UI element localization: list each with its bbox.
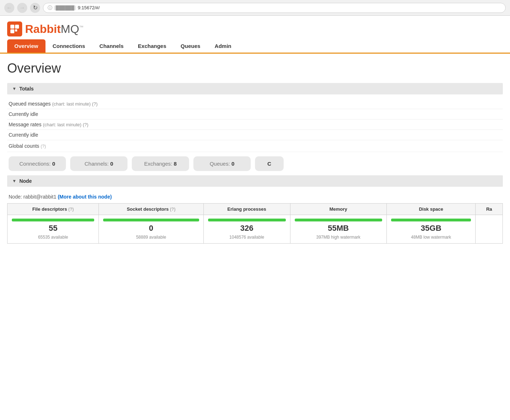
memory-value-cell: 55MB 397MB high watermark [290,215,386,244]
col-erlang-processes: Erlang processes [203,204,290,215]
info-icon: ⓘ [48,5,52,11]
message-rates-hint: (chart: last minute) (?) [43,122,88,127]
channels-value: 0 [110,161,113,167]
totals-section-header[interactable]: ▼ Totals [7,83,503,94]
forward-button[interactable]: → [17,3,27,13]
exchanges-value: 8 [174,161,177,167]
sd-sub: 58889 available [136,235,166,240]
logo-text: RabbitMQ™ [25,23,83,36]
col-memory: Memory [290,204,386,215]
svg-rect-0 [10,25,14,29]
queued-messages-label: Queued messages [9,101,51,107]
disk-bar [391,219,471,221]
queues-value: 0 [231,161,234,167]
main-content: Overview ▼ Totals Queued messages (chart… [0,54,510,251]
sd-bar [103,219,199,221]
fd-value: 55 [12,224,94,233]
totals-section-title: Totals [19,86,34,92]
reload-button[interactable]: ↻ [30,3,40,13]
svg-rect-3 [15,29,17,31]
channels-badge[interactable]: Channels: 0 [70,156,128,171]
queued-messages-status-row: Currently idle [7,109,503,119]
rates-value-cell [476,215,503,244]
col-file-descriptors: File descriptors (?) [8,204,99,215]
connections-value: 0 [52,161,55,167]
erlang-value: 326 [208,224,286,233]
queued-messages-row: Queued messages (chart: last minute) (?) [7,99,503,109]
disk-value: 35GB [391,224,471,233]
node-collapse-arrow: ▼ [12,179,16,184]
queued-messages-status: Currently idle [9,111,38,117]
fd-bar [12,219,94,221]
queues-label: Queues: [210,161,231,167]
node-name-prefix: Node: rabbit@rabbit1 [9,194,56,200]
address-blur: ██████ [54,5,76,10]
svg-rect-1 [15,25,19,29]
nav-item-queues[interactable]: Queues [173,39,207,53]
global-counts-label: Global counts [9,143,39,149]
message-rates-label: Message rates [9,122,42,127]
logo-tm: ™ [79,25,83,30]
fd-value-cell: 55 65535 available [8,215,99,244]
erlang-sub: 1048576 available [229,235,264,240]
message-rates-status: Currently idle [9,132,38,138]
logo-brand: Rabbit [25,23,61,35]
channels-label: Channels: [85,161,110,167]
nav-item-connections[interactable]: Connections [45,39,92,53]
logo-icon [7,21,22,36]
exchanges-label: Exchanges: [144,161,174,167]
browser-toolbar: ← → ↻ ⓘ ██████ 9:15672/#/ [0,0,510,16]
totals-collapse-arrow: ▼ [12,86,16,91]
address-bar[interactable]: ⓘ ██████ 9:15672/#/ [43,3,506,13]
col-rates: Ra [476,204,503,215]
fd-hint: (?) [68,207,74,212]
disk-value-cell: 35GB 48MB low watermark [386,215,476,244]
back-button[interactable]: ← [4,3,14,13]
erlang-bar [208,219,286,221]
consumers-value: C [268,161,271,167]
global-counts-row: Global counts (?) [7,140,503,152]
node-label: Node: rabbit@rabbit1 (More about this no… [7,191,503,203]
disk-sub: 48MB low watermark [411,235,451,240]
count-badges: Connections: 0 Channels: 0 Exchanges: 8 … [7,152,503,175]
more-about-node-link[interactable]: (More about this node) [58,194,112,200]
more-about-node-text: More about this node [59,194,110,200]
sd-value-cell: 0 58889 available [99,215,203,244]
queues-badge[interactable]: Queues: 0 [193,156,251,171]
nav-item-exchanges[interactable]: Exchanges [131,39,173,53]
queued-messages-hint: (chart: last minute) (?) [52,101,97,107]
node-section-title: Node [19,178,32,184]
nav-item-overview[interactable]: Overview [7,39,45,53]
consumers-badge[interactable]: C [255,156,284,171]
connections-badge[interactable]: Connections: 0 [9,156,66,171]
node-section-header[interactable]: ▼ Node [7,175,503,187]
fd-sub: 65535 available [38,235,68,240]
address-text: 9:15672/#/ [78,5,100,10]
col-disk-space: Disk space [386,204,476,215]
col-socket-descriptors: Socket descriptors (?) [99,204,203,215]
connections-label: Connections: [19,161,52,167]
nav-item-channels[interactable]: Channels [92,39,131,53]
nav-item-admin[interactable]: Admin [207,39,239,53]
svg-rect-2 [10,29,14,33]
message-rates-row: Message rates (chart: last minute) (?) [7,119,503,130]
node-metrics-table: File descriptors (?) Socket descriptors … [7,203,503,244]
exchanges-badge[interactable]: Exchanges: 8 [132,156,189,171]
main-nav: Overview Connections Channels Exchanges … [0,39,510,54]
logo-area: RabbitMQ™ [0,16,510,39]
logo-product: MQ [61,23,80,35]
memory-bar [295,219,382,221]
page-title: Overview [7,61,503,76]
sd-hint: (?) [170,207,175,212]
global-counts-hint: (?) [41,144,46,149]
message-rates-status-row: Currently idle [7,130,503,140]
erlang-value-cell: 326 1048576 available [203,215,290,244]
memory-sub: 397MB high watermark [316,235,360,240]
sd-value: 0 [103,224,199,233]
memory-value: 55MB [295,224,382,233]
page-content: RabbitMQ™ Overview Connections Channels … [0,16,510,251]
